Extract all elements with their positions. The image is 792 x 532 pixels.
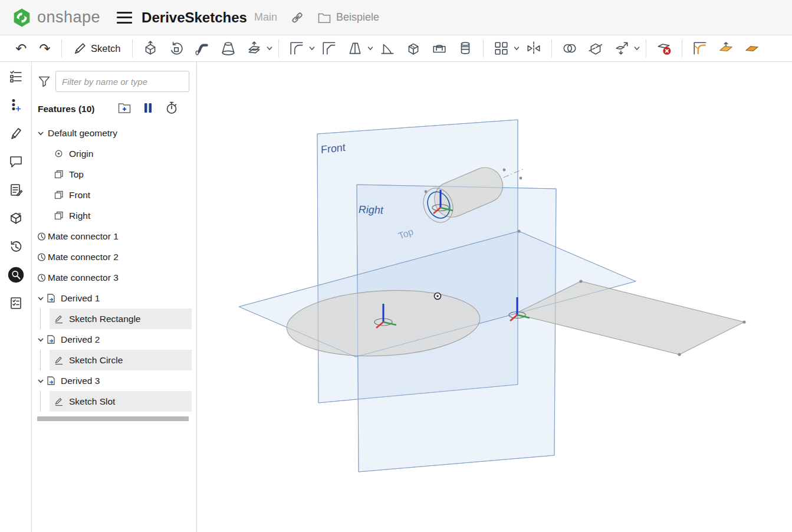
tree-item-mate-connector-2[interactable]: Mate connector 2 — [32, 247, 196, 267]
hole-button[interactable] — [426, 38, 452, 58]
split-button[interactable] — [583, 38, 609, 58]
tree-item-front-plane[interactable]: Front — [32, 185, 196, 205]
derived-icon — [46, 376, 59, 386]
tree-item-derived-1[interactable]: Derived 1 — [32, 288, 196, 308]
document-title: DeriveSketches — [142, 9, 247, 26]
mirror-button[interactable] — [521, 38, 547, 58]
linear-pattern-button[interactable] — [488, 38, 514, 58]
move-face-button[interactable] — [713, 38, 739, 58]
onshape-logo-icon[interactable] — [12, 8, 32, 28]
feature-tree: Default geometry Origin Top Front — [32, 123, 196, 422]
tree-item-right-plane[interactable]: Right — [32, 205, 196, 226]
filter-icon[interactable] — [38, 75, 51, 88]
share-link-icon[interactable] — [290, 11, 304, 25]
undo-button[interactable]: ↶ — [9, 38, 33, 58]
clipped-toolbar-button[interactable] — [739, 38, 765, 58]
feature-list-icon[interactable] — [8, 69, 24, 84]
rectangle-vertex-dot — [742, 320, 745, 323]
draft-dropdown-icon[interactable] — [366, 38, 374, 58]
derived-icon — [46, 334, 59, 344]
fillet-button[interactable] — [284, 38, 310, 58]
search-icon[interactable] — [8, 267, 24, 283]
notes-icon[interactable] — [8, 182, 24, 198]
mate-connector-icon — [32, 252, 46, 262]
tree-item-sketch-circle[interactable]: Sketch Circle — [50, 350, 192, 370]
rectangle-vertex-dot — [579, 280, 582, 283]
markup-icon[interactable] — [8, 126, 24, 141]
feature-tree-panel: Features (10) Default geometry — [32, 62, 197, 532]
tree-item-default-geometry[interactable]: Default geometry — [32, 123, 196, 143]
slot-vertex-dot — [503, 169, 506, 172]
comments-icon[interactable] — [8, 154, 24, 169]
action-items-icon[interactable] — [8, 295, 24, 311]
pause-icon[interactable] — [143, 102, 153, 116]
sketch-icon — [54, 397, 67, 406]
thicken-button[interactable] — [241, 38, 267, 58]
workspace-label[interactable]: Main — [254, 11, 277, 24]
stopwatch-icon[interactable] — [165, 101, 178, 117]
origin-icon — [54, 149, 67, 158]
tree-item-sketch-slot[interactable]: Sketch Slot — [50, 391, 192, 412]
tree-item-mate-connector-1[interactable]: Mate connector 1 — [32, 226, 196, 247]
sketch-icon — [54, 356, 67, 365]
boolean-button[interactable] — [557, 38, 583, 58]
toolbar-divider — [61, 40, 62, 57]
slot-vertex-dot — [425, 191, 428, 193]
onshape-wordmark: onshape — [37, 8, 100, 27]
tree-item-mate-connector-3[interactable]: Mate connector 3 — [32, 267, 196, 288]
delete-part-button[interactable] — [651, 38, 677, 58]
plane-icon — [54, 191, 67, 199]
feature-toolbar: ↶ ↷ Sketch — [0, 35, 792, 62]
add-folder-icon[interactable] — [118, 102, 131, 116]
sweep-button[interactable] — [189, 38, 215, 58]
chamfer-button[interactable] — [316, 38, 342, 58]
chevron-down-icon[interactable] — [32, 130, 46, 137]
mate-connector-icon — [32, 273, 46, 283]
mate-connector-icon — [32, 232, 46, 241]
tree-item-derived-2[interactable]: Derived 2 — [32, 329, 196, 350]
rectangle-vertex-dot — [678, 353, 681, 356]
fillet-dropdown-icon[interactable] — [307, 38, 316, 58]
toolbar-divider — [132, 40, 133, 57]
thicken-dropdown-icon[interactable] — [265, 38, 274, 58]
history-icon[interactable] — [8, 239, 24, 254]
plane-icon — [54, 211, 67, 220]
folder-name[interactable]: Beispiele — [336, 11, 379, 24]
feature-panel-hscrollbar[interactable] — [37, 416, 189, 421]
shell-button[interactable] — [400, 38, 426, 58]
folder-icon[interactable] — [317, 11, 331, 24]
left-rail: ? — [0, 62, 32, 532]
chevron-down-icon[interactable] — [32, 336, 46, 343]
filter-input[interactable] — [55, 71, 189, 92]
slot-vertex-dot — [520, 177, 522, 180]
sketch-icon — [54, 314, 67, 324]
learning-center-icon[interactable]: ? — [8, 211, 24, 226]
sketch-button[interactable]: Sketch — [67, 38, 127, 58]
tree-item-origin[interactable]: Origin — [32, 143, 196, 164]
pattern-dropdown-icon[interactable] — [512, 38, 521, 58]
tree-item-top-plane[interactable]: Top — [32, 164, 196, 185]
origin-marker[interactable] — [435, 293, 441, 300]
plane-icon — [54, 170, 67, 179]
tree-item-derived-3[interactable]: Derived 3 — [32, 370, 196, 391]
revolve-button[interactable] — [163, 38, 189, 58]
rib-button[interactable] — [374, 38, 400, 58]
redo-button[interactable]: ↷ — [33, 38, 57, 58]
draft-button[interactable] — [342, 38, 368, 58]
tree-item-sketch-rectangle[interactable]: Sketch Rectangle — [50, 308, 192, 329]
chevron-down-icon[interactable] — [32, 377, 46, 385]
pencil-icon — [74, 42, 87, 55]
toolbar-divider — [483, 40, 484, 57]
extrude-button[interactable] — [137, 38, 163, 58]
viewport-3d[interactable]: Front Right Top — [197, 62, 792, 532]
chevron-down-icon[interactable] — [32, 295, 46, 302]
thread-button[interactable] — [452, 38, 478, 58]
loft-button[interactable] — [215, 38, 241, 58]
modify-fillet-button[interactable] — [687, 38, 713, 58]
app-header: onshape DeriveSketches Main Beispiele — [0, 0, 792, 35]
configurations-icon[interactable] — [8, 97, 24, 113]
transform-button[interactable] — [609, 38, 635, 58]
main-menu-icon[interactable] — [117, 12, 132, 24]
transform-dropdown-icon[interactable] — [632, 38, 641, 58]
derived-icon — [46, 293, 59, 303]
